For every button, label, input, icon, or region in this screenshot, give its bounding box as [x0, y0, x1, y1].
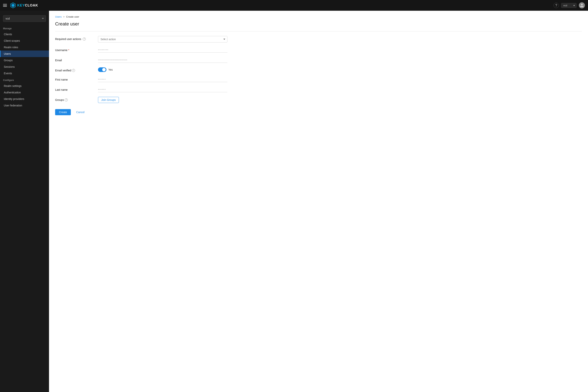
sidebar-item-clients[interactable]: Clients	[0, 31, 49, 38]
email-verified-toggle-row: Yes	[98, 68, 228, 72]
main-content: Users > Create user Create user Required…	[49, 11, 588, 392]
username-label: Username *	[55, 47, 94, 52]
sidebar-item-realm-settings[interactable]: Realm settings	[0, 83, 49, 89]
required-user-actions-info-icon[interactable]: ?	[83, 38, 86, 40]
sidebar-item-realm-roles[interactable]: Realm roles	[0, 44, 49, 50]
sidebar-item-groups[interactable]: Groups	[0, 57, 49, 64]
sidebar-item-authentication[interactable]: Authentication	[0, 89, 49, 96]
breadcrumb-separator: >	[63, 15, 65, 18]
logo: KEYCLOAK	[10, 2, 38, 8]
username-row: Username *	[55, 47, 228, 53]
last-name-row: Last name	[55, 87, 228, 92]
breadcrumb-current: Create user	[66, 15, 79, 18]
configure-section-label: Configure	[0, 76, 49, 83]
logo-text: KEYCLOAK	[17, 4, 38, 8]
sidebar-item-user-federation[interactable]: User federation	[0, 102, 49, 109]
user-avatar[interactable]	[579, 2, 585, 8]
last-name-input[interactable]	[98, 87, 228, 92]
email-label: Email	[55, 57, 94, 62]
create-user-form: Required user actions ? Select action Us…	[55, 36, 228, 115]
logo-icon	[10, 2, 16, 8]
sidebar-item-client-scopes[interactable]: Client scopes	[0, 38, 49, 44]
groups-control: Join Groups	[98, 97, 228, 103]
sidebar: vcd Manage Clients Client scopes Realm r…	[0, 11, 49, 392]
sidebar-item-users[interactable]: Users	[0, 50, 49, 57]
email-verified-label: Email verified ?	[55, 68, 94, 72]
username-required-star: *	[68, 48, 69, 52]
realm-dropdown[interactable]: vcd	[3, 15, 46, 22]
avatar-icon	[580, 3, 584, 8]
join-groups-button[interactable]: Join Groups	[98, 97, 119, 103]
sidebar-item-events[interactable]: Events	[0, 70, 49, 76]
email-verified-toggle[interactable]	[98, 68, 106, 72]
email-verified-row: Email verified ? Yes	[55, 68, 228, 72]
email-input[interactable]	[98, 57, 228, 63]
form-actions: Create Cancel	[55, 109, 228, 115]
first-name-control	[98, 76, 228, 82]
last-name-label: Last name	[55, 87, 94, 91]
groups-label: Groups ?	[55, 97, 94, 102]
breadcrumb: Users > Create user	[55, 15, 582, 18]
groups-row: Groups ? Join Groups	[55, 97, 228, 103]
help-icon[interactable]: ?	[554, 3, 559, 8]
email-verified-info-icon[interactable]: ?	[72, 69, 75, 72]
realm-selector-dropdown[interactable]: vcd	[561, 3, 576, 8]
required-user-actions-label: Required user actions ?	[55, 36, 94, 40]
email-verified-yes-label: Yes	[108, 68, 113, 71]
first-name-label: First name	[55, 76, 94, 81]
required-user-actions-control: Select action	[98, 36, 228, 42]
first-name-input[interactable]	[98, 76, 228, 82]
manage-section-label: Manage	[0, 25, 49, 31]
sidebar-item-sessions[interactable]: Sessions	[0, 64, 49, 70]
hamburger-menu[interactable]	[3, 4, 7, 7]
create-button[interactable]: Create	[55, 109, 71, 115]
first-name-row: First name	[55, 76, 228, 82]
email-control	[98, 57, 228, 63]
username-control	[98, 47, 228, 53]
page-title: Create user	[55, 21, 582, 26]
title-divider	[55, 31, 582, 32]
last-name-control	[98, 87, 228, 92]
required-user-actions-select[interactable]: Select action	[98, 36, 228, 42]
username-input[interactable]	[98, 47, 228, 53]
topnav: KEYCLOAK ? vcd	[0, 0, 588, 11]
sidebar-item-identity-providers[interactable]: Identity providers	[0, 96, 49, 102]
required-user-actions-row: Required user actions ? Select action	[55, 36, 228, 42]
cancel-button[interactable]: Cancel	[72, 109, 88, 115]
realm-select-container: vcd	[0, 14, 49, 25]
breadcrumb-users-link[interactable]: Users	[55, 15, 62, 18]
groups-info-icon[interactable]: ?	[65, 98, 68, 102]
email-verified-control: Yes	[98, 68, 228, 72]
email-row: Email	[55, 57, 228, 63]
